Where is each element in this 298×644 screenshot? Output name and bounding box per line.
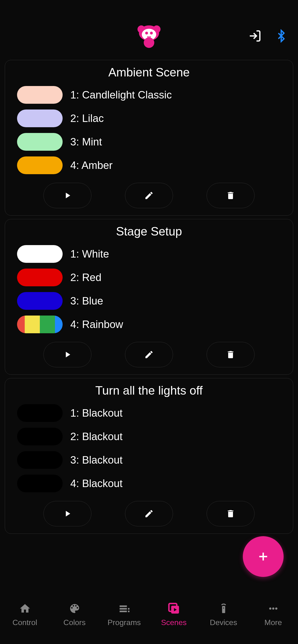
nav-devices[interactable]: Devices (202, 602, 245, 627)
bluetooth-icon[interactable] (274, 29, 288, 43)
color-swatch (17, 245, 63, 263)
scene-color-row[interactable]: 2: Lilac (17, 110, 281, 127)
color-swatch (17, 268, 63, 286)
scene-color-row[interactable]: 3: Mint (17, 133, 281, 151)
svg-point-8 (149, 36, 151, 38)
color-label: 2: Red (70, 272, 101, 284)
svg-rect-16 (128, 611, 129, 612)
scene-color-row[interactable]: 1: Blackout (17, 404, 281, 422)
home-icon (18, 602, 32, 615)
play-button[interactable] (43, 501, 91, 526)
scene-card: Ambient Scene 1: Candlelight Classic 2: … (5, 60, 293, 216)
svg-point-6 (150, 32, 153, 34)
nav-label: Colors (63, 618, 85, 627)
delete-button[interactable] (207, 342, 255, 367)
svg-point-23 (275, 607, 277, 610)
color-swatch (17, 451, 63, 469)
app-header (0, 17, 298, 55)
scene-color-row[interactable]: 4: Rainbow (17, 316, 281, 333)
delete-button[interactable] (207, 183, 255, 208)
svg-point-21 (269, 607, 271, 610)
scene-color-row[interactable]: 4: Amber (17, 156, 281, 174)
nav-label: Programs (107, 618, 141, 627)
nav-scenes[interactable]: Scenes (152, 602, 196, 627)
scene-color-row[interactable]: 1: White (17, 245, 281, 263)
color-swatch (17, 86, 63, 104)
color-swatch-rainbow (17, 316, 63, 333)
scene-color-row[interactable]: 3: Blackout (17, 451, 281, 469)
svg-rect-12 (119, 606, 127, 607)
color-label: 1: White (70, 248, 109, 260)
svg-rect-15 (128, 608, 129, 610)
color-label: 3: Blue (70, 295, 103, 307)
scene-color-row[interactable]: 3: Blue (17, 292, 281, 310)
scene-color-row[interactable]: 4: Blackout (17, 474, 281, 492)
scene-actions (17, 342, 281, 367)
color-label: 1: Candlelight Classic (70, 89, 172, 101)
svg-point-22 (272, 607, 274, 610)
scenes-icon (167, 602, 181, 615)
svg-point-4 (144, 38, 154, 48)
play-button[interactable] (43, 342, 91, 367)
color-swatch (17, 292, 63, 310)
play-button[interactable] (43, 183, 91, 208)
color-swatch (17, 428, 63, 446)
nav-colors[interactable]: Colors (53, 602, 96, 627)
color-swatch (17, 110, 63, 127)
color-label: 1: Blackout (70, 407, 123, 419)
bottom-nav: Control Colors Programs Scenes Devices M… (0, 596, 298, 644)
svg-rect-19 (222, 606, 225, 613)
color-swatch (17, 133, 63, 151)
nav-label: More (264, 618, 282, 627)
svg-point-5 (145, 32, 148, 34)
edit-button[interactable] (125, 501, 173, 526)
color-label: 4: Rainbow (70, 318, 123, 330)
scene-title: Ambient Scene (17, 60, 281, 86)
nav-label: Devices (210, 618, 237, 627)
scene-actions (17, 501, 281, 526)
color-label: 2: Lilac (70, 112, 104, 124)
scene-color-row[interactable]: 1: Candlelight Classic (17, 86, 281, 104)
scene-actions (17, 183, 281, 208)
scenes-list: Ambient Scene 1: Candlelight Classic 2: … (0, 55, 298, 542)
edit-button[interactable] (125, 342, 173, 367)
palette-icon (68, 602, 81, 615)
scene-title: Turn all the lights off (17, 378, 281, 404)
edit-button[interactable] (125, 183, 173, 208)
color-swatch (17, 404, 63, 422)
svg-rect-13 (119, 608, 127, 610)
color-label: 4: Amber (70, 159, 112, 171)
nav-control[interactable]: Control (3, 602, 47, 627)
nav-label: Control (13, 618, 37, 627)
nav-programs[interactable]: Programs (103, 602, 146, 627)
svg-rect-14 (119, 611, 127, 612)
remote-icon (217, 602, 230, 615)
color-label: 4: Blackout (70, 478, 123, 490)
color-label: 3: Blackout (70, 454, 123, 466)
color-label: 3: Mint (70, 136, 102, 148)
app-logo (137, 24, 161, 48)
svg-point-7 (147, 36, 149, 38)
more-icon (266, 602, 280, 615)
color-label: 2: Blackout (70, 430, 123, 442)
delete-button[interactable] (207, 501, 255, 526)
color-swatch (17, 156, 63, 174)
scene-color-row[interactable]: 2: Red (17, 268, 281, 286)
login-icon[interactable] (248, 29, 262, 43)
scene-title: Stage Setup (17, 219, 281, 245)
color-swatch (17, 474, 63, 492)
scene-card: Turn all the lights off 1: Blackout 2: B… (5, 378, 293, 534)
nav-more[interactable]: More (252, 602, 295, 627)
list-icon (117, 602, 131, 615)
nav-label: Scenes (161, 618, 187, 627)
scene-color-row[interactable]: 2: Blackout (17, 428, 281, 446)
svg-point-20 (223, 608, 224, 608)
add-scene-button[interactable] (243, 536, 284, 577)
scene-card: Stage Setup 1: White 2: Red 3: Blue 4: R… (5, 219, 293, 375)
